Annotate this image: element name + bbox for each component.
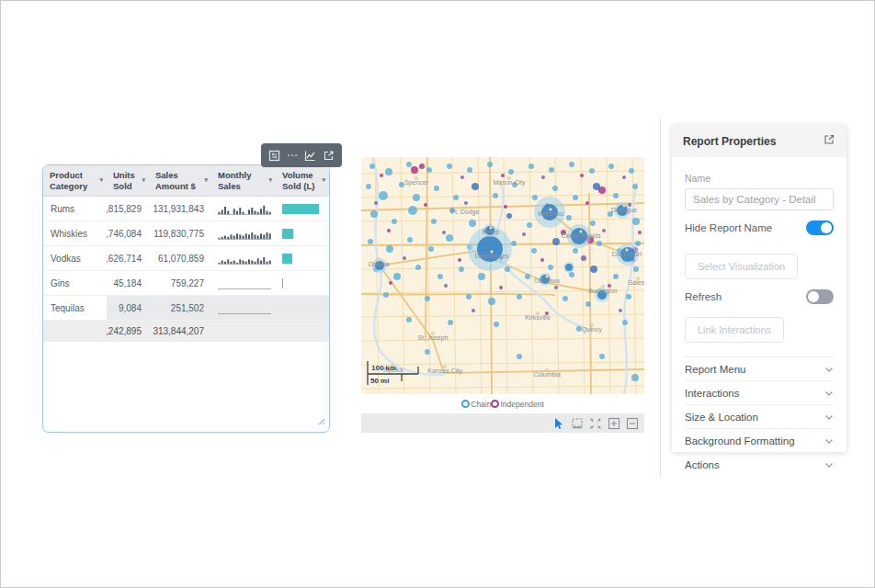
column-header-sales-amount-[interactable]: Sales Amount $▾ <box>149 165 211 196</box>
total-empty-cell <box>276 321 329 342</box>
svg-text:Cedar Rapids: Cedar Rapids <box>562 232 601 240</box>
units-cell[interactable]: 45,184 <box>107 271 149 295</box>
legend-marker-icon <box>491 400 499 408</box>
category-cell[interactable]: Whiskies <box>43 221 107 245</box>
units-cell[interactable]: 4,626,714 <box>107 246 149 270</box>
hide-report-name-toggle[interactable] <box>806 220 834 235</box>
chevron-down-icon <box>824 388 834 399</box>
svg-text:Mason City: Mason City <box>493 179 526 187</box>
category-cell[interactable]: Rums <box>43 197 107 220</box>
zoom-out-icon[interactable] <box>626 417 639 430</box>
map-toolbar <box>361 413 644 433</box>
monthly-sales-sparkline-cell[interactable] <box>211 246 276 270</box>
sort-dropdown-icon[interactable]: ▾ <box>204 176 208 184</box>
volume-bar <box>282 278 283 288</box>
marquee-select-icon[interactable] <box>571 417 584 430</box>
accordion-list: Report MenuInteractionsSize & LocationBa… <box>685 357 834 476</box>
panel-divider-line <box>660 119 661 479</box>
svg-text:Kansas City: Kansas City <box>427 368 462 375</box>
accordion-interactions[interactable]: Interactions <box>685 381 834 405</box>
column-header-label: Sales Amount $ <box>155 170 202 191</box>
volume-bar-cell[interactable] <box>276 221 329 245</box>
resize-handle[interactable] <box>318 413 325 429</box>
map-visualization[interactable]: SpencerMason CityFt. DodgeWaterlooDubuqu… <box>361 157 644 394</box>
monthly-sales-sparkline-cell[interactable] <box>211 221 276 245</box>
grid-icon[interactable] <box>268 150 280 162</box>
volume-bar-cell[interactable] <box>276 246 329 270</box>
cursor-icon[interactable] <box>552 417 565 430</box>
monthly-sales-sparkline-cell[interactable] <box>211 296 276 320</box>
accordion-label: Actions <box>685 459 720 470</box>
column-header-label: Units Sold <box>113 170 140 191</box>
units-cell[interactable]: 7,815,829 <box>107 197 149 220</box>
volume-bar-cell[interactable] <box>276 197 329 220</box>
sort-dropdown-icon[interactable]: ▾ <box>99 176 103 184</box>
table-row[interactable]: Vodkas4,626,71461,070,859 <box>43 246 329 271</box>
legend-marker-icon <box>461 400 470 408</box>
column-header-monthly-sales[interactable]: Monthly Sales▾ <box>211 165 276 196</box>
table-row[interactable]: Rums7,815,829131,931,843 <box>43 197 329 221</box>
sort-dropdown-icon[interactable]: ▾ <box>268 176 272 184</box>
volume-bar <box>282 254 292 264</box>
monthly-sales-sparkline-cell[interactable] <box>211 271 276 295</box>
open-in-new-icon[interactable] <box>323 150 335 162</box>
sales-cell[interactable]: 119,830,775 <box>149 221 211 245</box>
accordion-background-formatting[interactable]: Background Formatting <box>685 429 834 453</box>
legend-item-chain[interactable]: Chain <box>461 400 491 409</box>
column-header-product-category[interactable]: Product Category▾ <box>43 165 107 196</box>
map-legend: ChainIndependent <box>361 396 644 412</box>
chevron-down-icon <box>824 364 834 375</box>
svg-text:St. Joseph: St. Joseph <box>417 334 448 342</box>
accordion-label: Size & Location <box>685 412 758 423</box>
svg-text:Burlington: Burlington <box>588 288 618 295</box>
sales-cell[interactable]: 251,502 <box>149 296 211 320</box>
zoom-in-icon[interactable] <box>608 417 620 430</box>
legend-item-independent[interactable]: Independent <box>491 400 543 409</box>
sales-cell[interactable]: 131,931,843 <box>149 197 211 220</box>
volume-bar <box>282 229 293 239</box>
popout-icon[interactable] <box>823 133 835 149</box>
volume-bar-cell[interactable] <box>276 296 329 320</box>
total-label-cell <box>43 321 107 342</box>
category-cell[interactable]: Gins <box>43 271 107 295</box>
legend-label: Independent <box>500 400 543 409</box>
table-row[interactable]: Gins45,184759,227 <box>43 271 329 296</box>
total-sales-cell: 313,844,207 <box>149 321 211 342</box>
more-options-icon[interactable]: ⋯ <box>287 153 299 158</box>
monthly-sales-sparkline-cell[interactable] <box>211 197 276 220</box>
category-cell[interactable]: Tequilas <box>43 296 107 320</box>
table-row[interactable]: Tequilas9,084251,502 <box>43 296 329 321</box>
column-header-label: Product Category <box>50 170 97 191</box>
sales-cell[interactable]: 759,227 <box>149 271 211 295</box>
accordion-report-menu[interactable]: Report Menu <box>685 357 834 381</box>
refresh-toggle[interactable] <box>806 289 834 304</box>
volume-bar <box>282 204 319 214</box>
svg-text:Spencer: Spencer <box>404 179 429 187</box>
volume-bar-cell[interactable] <box>276 271 329 295</box>
sales-cell[interactable]: 61,070,859 <box>149 246 211 270</box>
column-header-units-sold[interactable]: Units Sold▾ <box>107 165 149 196</box>
table-body: Rums7,815,829131,931,843Whiskies4,746,08… <box>43 197 329 342</box>
line-chart-icon[interactable] <box>304 150 316 162</box>
table-row[interactable]: Whiskies4,746,084119,830,775 <box>43 221 329 246</box>
svg-text:100 km: 100 km <box>371 364 396 372</box>
sales-table-widget[interactable]: Product Category▾Units Sold▾Sales Amount… <box>42 164 330 433</box>
total-row: 17,242,895313,844,207 <box>43 321 329 342</box>
accordion-size-location[interactable]: Size & Location <box>685 405 834 429</box>
svg-text:Des Moines: Des Moines <box>475 253 509 259</box>
sort-dropdown-icon[interactable]: ▾ <box>142 176 145 184</box>
units-cell[interactable]: 4,746,084 <box>107 221 149 245</box>
accordion-actions[interactable]: Actions <box>685 453 834 476</box>
chevron-down-icon <box>824 459 834 470</box>
category-cell[interactable]: Vodkas <box>43 246 107 270</box>
column-header-volume-sold-l-[interactable]: Volume Sold (L)▾ <box>276 165 329 196</box>
sort-dropdown-icon[interactable]: ▾ <box>322 176 325 184</box>
link-interactions-button[interactable]: Link Interactions <box>685 317 784 343</box>
report-name-input[interactable] <box>685 188 834 210</box>
select-visualization-button[interactable]: Select Visualization <box>685 254 798 279</box>
table-widget-toolbar: ⋯ <box>261 143 342 167</box>
pan-icon[interactable] <box>589 417 602 430</box>
chevron-down-icon <box>824 412 834 423</box>
svg-text:Ottumwa: Ottumwa <box>534 277 560 284</box>
units-cell[interactable]: 9,084 <box>107 296 149 320</box>
